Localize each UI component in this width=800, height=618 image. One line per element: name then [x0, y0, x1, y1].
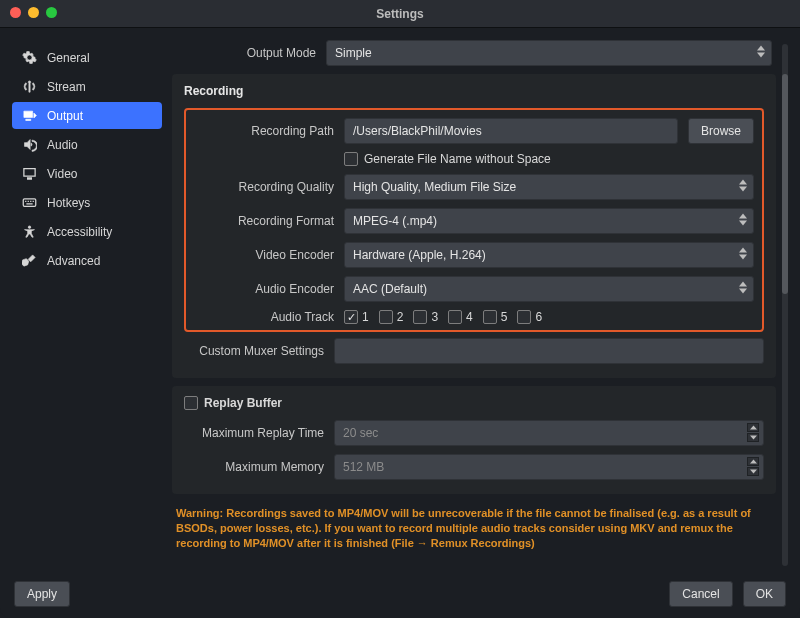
titlebar: Settings [0, 0, 800, 28]
audio-track-6-checkbox[interactable] [517, 310, 531, 324]
recording-path-label: Recording Path [194, 124, 334, 138]
main: Output Mode Simple Recording Recording P… [172, 40, 788, 570]
audio-track-label: Audio Track [194, 310, 334, 324]
filename-no-space-checkbox[interactable] [344, 152, 358, 166]
output-mode-select[interactable]: Simple [326, 40, 772, 66]
replay-buffer-checkbox[interactable] [184, 396, 198, 410]
accessibility-icon [22, 224, 37, 239]
cancel-button[interactable]: Cancel [669, 581, 732, 607]
max-memory-label: Maximum Memory [184, 460, 324, 474]
recording-panel: Recording Recording Path /Users/BlackPhi… [172, 74, 776, 378]
video-encoder-label: Video Encoder [194, 248, 334, 262]
speaker-icon [22, 137, 37, 152]
filename-no-space-label: Generate File Name without Space [364, 152, 551, 166]
custom-muxer-input[interactable] [334, 338, 764, 364]
audio-track-1-checkbox[interactable] [344, 310, 358, 324]
sidebar-item-accessibility[interactable]: Accessibility [12, 218, 162, 245]
browse-button[interactable]: Browse [688, 118, 754, 144]
recording-path-value: /Users/BlackPhil/Movies [353, 124, 482, 138]
audio-track-5-checkbox[interactable] [483, 310, 497, 324]
scrollbar[interactable] [782, 44, 788, 566]
recording-highlight: Recording Path /Users/BlackPhil/Movies B… [184, 108, 764, 332]
keyboard-icon [22, 195, 37, 210]
recording-quality-label: Recording Quality [194, 180, 334, 194]
sidebar-item-label: Hotkeys [47, 196, 90, 210]
replay-buffer-title: Replay Buffer [204, 396, 282, 410]
recording-title: Recording [184, 84, 764, 98]
max-replay-time-input[interactable]: 20 sec [334, 420, 764, 446]
custom-muxer-label: Custom Muxer Settings [184, 344, 324, 358]
recording-quality-select[interactable]: High Quality, Medium File Size [344, 174, 754, 200]
sidebar-item-video[interactable]: Video [12, 160, 162, 187]
audio-track-2-checkbox[interactable] [379, 310, 393, 324]
mp4-warning: Warning: Recordings saved to MP4/MOV wil… [172, 502, 776, 551]
chevron-updown-icon [757, 45, 765, 58]
sidebar-item-label: Advanced [47, 254, 100, 268]
recording-format-select[interactable]: MPEG-4 (.mp4) [344, 208, 754, 234]
svg-rect-0 [23, 199, 36, 207]
tools-icon [22, 253, 37, 268]
audio-tracks: 1 2 3 4 5 6 [344, 310, 542, 324]
stepper-icon[interactable] [747, 423, 759, 442]
max-memory-input[interactable]: 512 MB [334, 454, 764, 480]
replay-panel: Replay Buffer Maximum Replay Time 20 sec [172, 386, 776, 494]
audio-encoder-select[interactable]: AAC (Default) [344, 276, 754, 302]
output-mode-label: Output Mode [176, 46, 316, 60]
audio-track-3-checkbox[interactable] [413, 310, 427, 324]
ok-button[interactable]: OK [743, 581, 786, 607]
sidebar-item-advanced[interactable]: Advanced [12, 247, 162, 274]
recording-path-input[interactable]: /Users/BlackPhil/Movies [344, 118, 678, 144]
sidebar-item-hotkeys[interactable]: Hotkeys [12, 189, 162, 216]
sidebar-item-audio[interactable]: Audio [12, 131, 162, 158]
minimize-icon[interactable] [28, 7, 39, 18]
svg-point-1 [28, 226, 31, 229]
sidebar-item-label: Audio [47, 138, 78, 152]
sidebar-item-label: Stream [47, 80, 86, 94]
video-encoder-select[interactable]: Hardware (Apple, H.264) [344, 242, 754, 268]
antenna-icon [22, 79, 37, 94]
output-mode-value: Simple [335, 46, 372, 60]
audio-encoder-label: Audio Encoder [194, 282, 334, 296]
settings-window: Settings General Stream Output Audio Vid [0, 0, 800, 618]
close-icon[interactable] [10, 7, 21, 18]
sidebar-item-label: Accessibility [47, 225, 112, 239]
sidebar-item-label: General [47, 51, 90, 65]
sidebar-item-stream[interactable]: Stream [12, 73, 162, 100]
footer: Apply Cancel OK [0, 570, 800, 618]
sidebar-item-output[interactable]: Output [12, 102, 162, 129]
chevron-updown-icon [739, 247, 747, 260]
max-replay-time-label: Maximum Replay Time [184, 426, 324, 440]
body: General Stream Output Audio Video Hotkey… [0, 28, 800, 570]
sidebar-item-label: Video [47, 167, 77, 181]
output-icon [22, 108, 37, 123]
sidebar: General Stream Output Audio Video Hotkey… [12, 40, 162, 570]
window-title: Settings [376, 7, 423, 21]
recording-format-label: Recording Format [194, 214, 334, 228]
sidebar-item-general[interactable]: General [12, 44, 162, 71]
stepper-icon[interactable] [747, 457, 759, 476]
chevron-updown-icon [739, 179, 747, 192]
monitor-icon [22, 166, 37, 181]
gear-icon [22, 50, 37, 65]
apply-button[interactable]: Apply [14, 581, 70, 607]
window-controls [10, 7, 57, 18]
audio-track-4-checkbox[interactable] [448, 310, 462, 324]
chevron-updown-icon [739, 281, 747, 294]
maximize-icon[interactable] [46, 7, 57, 18]
sidebar-item-label: Output [47, 109, 83, 123]
scrollbar-thumb[interactable] [782, 74, 788, 294]
chevron-updown-icon [739, 213, 747, 226]
